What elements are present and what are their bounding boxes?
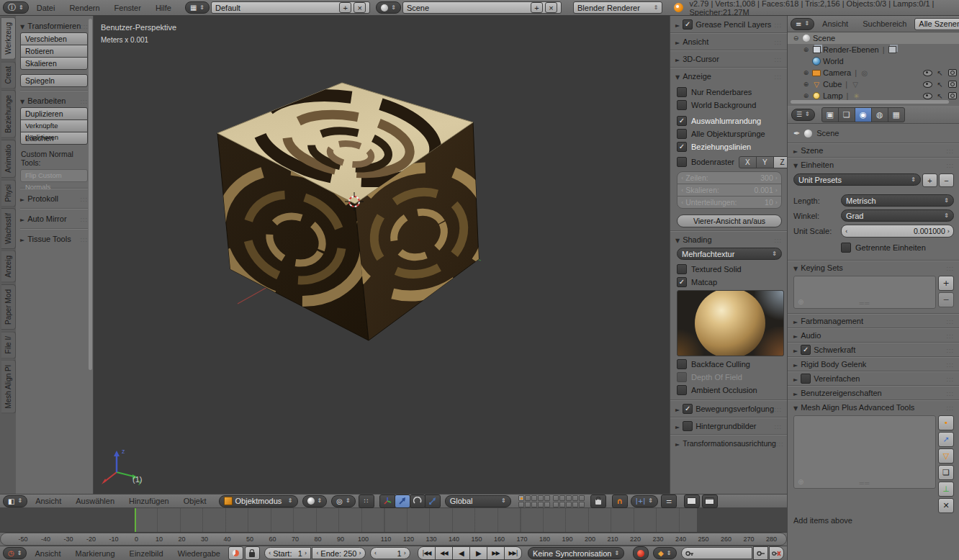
panel-grease-pencil-header[interactable]: Grease Pencil Layers	[675, 17, 782, 31]
selectable-toggle-icon[interactable]: ↖	[937, 92, 943, 100]
remove-preset-button[interactable]: −	[939, 173, 954, 187]
layer-cell[interactable]	[518, 502, 524, 507]
duplizieren-button[interactable]: Duplizieren	[20, 107, 88, 120]
tab-beziehungen[interactable]: Beziehunge	[1, 90, 16, 138]
timeline-ruler[interactable]: -50-40-30-20-100102030405060708090100110…	[0, 533, 787, 546]
panel-drag-dots[interactable]	[81, 22, 89, 30]
transform-orientation-select[interactable]: Global ⇕	[445, 495, 511, 507]
delete-item-button[interactable]: ✕	[938, 498, 954, 513]
checkbox[interactable]	[677, 359, 687, 369]
scene-browse[interactable]: ⇕	[376, 1, 401, 14]
panel-drag-dots[interactable]	[946, 389, 954, 397]
add-preset-button[interactable]: +	[922, 173, 937, 187]
layer-cell[interactable]	[559, 502, 565, 507]
layer-grid-2[interactable]	[553, 495, 585, 507]
bodenraster-row[interactable]: Bodenraster X Y Z	[677, 155, 782, 168]
delete-keyframe-button[interactable]	[769, 546, 784, 560]
layer-cell[interactable]	[531, 495, 537, 501]
layer-cell[interactable]	[525, 495, 531, 501]
menu-rendern[interactable]: Rendern	[63, 4, 106, 12]
checkbox[interactable]	[677, 87, 687, 97]
layer-cell[interactable]	[579, 495, 585, 501]
outliner-filter-select[interactable]: Alle Szenen ⇕	[914, 18, 959, 30]
panel-drag-dots[interactable]	[946, 317, 954, 325]
checkbox[interactable]	[841, 243, 851, 253]
sync-mode-select[interactable]: Keine Synchronisation ⇕	[528, 547, 624, 559]
panel-drag-dots[interactable]	[946, 331, 954, 340]
view3d-menu-hinzufuegen[interactable]: Hinzufügen	[122, 497, 176, 505]
menu-hilfe[interactable]: Hilfe	[149, 4, 178, 12]
vertex-item-button[interactable]: •	[938, 415, 954, 430]
timeline-menu-ansicht[interactable]: Ansicht	[28, 549, 67, 558]
layer-cell[interactable]	[553, 495, 559, 501]
remove-keying-set-button[interactable]: −	[938, 292, 954, 307]
panel-drag-dots[interactable]	[774, 37, 782, 46]
panel-transformationsausrichtung-header[interactable]: Transformationsausrichtung	[675, 436, 782, 450]
collapse-icon[interactable]: ⊖	[792, 35, 800, 42]
play-button[interactable]: ▶	[469, 546, 487, 560]
panel-drag-dots[interactable]	[946, 403, 954, 412]
active-keying-set-field[interactable]	[681, 547, 752, 559]
panel-drag-dots[interactable]	[946, 161, 954, 169]
panel-farbmanagement-header[interactable]: Farbmanagement	[793, 314, 954, 328]
getrennte-einheiten-row[interactable]: Getrennte Einheiten	[793, 241, 954, 254]
lock-to-scene-toggle[interactable]	[590, 494, 606, 508]
hide-toggle-eye-icon[interactable]	[923, 81, 932, 88]
expand-icon[interactable]: ⊕	[802, 46, 810, 53]
pivot-center-select[interactable]: ◎ ⇕	[331, 495, 355, 507]
end-frame-field[interactable]: ‹ Ende: 250 ›	[312, 547, 366, 559]
panel-3d-cursor-header[interactable]: 3D-Cursor	[675, 52, 782, 66]
layer-cell[interactable]	[518, 495, 524, 501]
panel-drag-dots[interactable]	[80, 96, 88, 105]
layer-cell[interactable]	[572, 502, 578, 507]
layer-cell[interactable]	[544, 495, 550, 501]
panel-szene-header[interactable]: Szene	[793, 143, 954, 157]
layer-cell[interactable]	[566, 502, 572, 507]
tab-mesh-align-plus[interactable]: Mesh Align Pl	[1, 360, 16, 414]
auswahlumrandung-row[interactable]: Auswahlumrandung	[677, 114, 782, 127]
unit-scale-slider[interactable]: ‹ 0.001000 ›	[841, 225, 954, 238]
scene-tab[interactable]: ◉	[855, 107, 872, 122]
mesh-align-list[interactable]: ⊕══	[793, 415, 936, 489]
panel-drag-dots[interactable]	[774, 20, 782, 29]
backface-culling-row[interactable]: Backface Culling	[677, 358, 782, 371]
tab-create[interactable]: Creat	[1, 61, 16, 89]
panel-shading-header[interactable]: Shading	[675, 232, 782, 246]
outliner-row-render-ebenen[interactable]: ⊕ Render-Ebenen |	[788, 44, 959, 55]
grid-axis-x-toggle[interactable]: X	[739, 156, 757, 168]
world-tab[interactable]: ◍	[871, 107, 888, 122]
mesh-item-button[interactable]: ▽	[938, 448, 954, 464]
pin-icon[interactable]: ✒	[793, 129, 800, 138]
checkbox[interactable]	[677, 385, 687, 395]
vereinfachen-checkbox[interactable]	[801, 374, 811, 384]
checkbox[interactable]	[677, 264, 687, 274]
panel-drag-dots[interactable]	[946, 360, 954, 369]
proportional-edit-button[interactable]: ⚌	[661, 494, 677, 508]
layer-grid-1[interactable]	[518, 495, 550, 507]
world-background-row[interactable]: World Background	[677, 99, 782, 112]
snap-element-select[interactable]: |+| ⇕	[631, 495, 658, 507]
checkbox[interactable]	[677, 100, 687, 110]
outliner-menu-suchbereich[interactable]: Suchbereich	[856, 19, 913, 28]
next-keyframe-button[interactable]: ▶▶	[487, 546, 505, 560]
grid-axis-y-toggle[interactable]: Y	[756, 156, 774, 168]
motion-tracking-checkbox[interactable]	[683, 404, 693, 414]
panel-audio-header[interactable]: Audio	[793, 328, 954, 342]
expand-icon[interactable]: ⊕	[802, 69, 810, 76]
objektursprunge-row[interactable]: Alle Objektursprünge	[677, 127, 782, 140]
schwerkraft-checkbox[interactable]	[801, 345, 811, 355]
play-reverse-button[interactable]: ◀	[452, 546, 470, 560]
editor-type-button[interactable]: ☰ ⇕	[791, 109, 815, 121]
nur-renderbares-row[interactable]: Nur Renderbares	[677, 86, 782, 99]
zeilen-slider[interactable]: ‹Zeilen: 300›	[677, 171, 782, 184]
expand-icon[interactable]: ⊕	[802, 81, 810, 88]
render-engine-select[interactable]: Blender Renderer ⇕	[573, 1, 662, 14]
tab-physik[interactable]: Physi	[1, 179, 16, 207]
winkel-select[interactable]: Grad ⇕	[841, 209, 954, 222]
verschieben-button[interactable]: Verschieben	[20, 32, 88, 45]
auto-keyframe-toggle[interactable]	[633, 546, 649, 560]
render-layers-tab[interactable]: ❏	[838, 107, 855, 122]
checkbox[interactable]	[677, 129, 687, 139]
panel-drag-dots[interactable]	[946, 146, 954, 155]
timeline-menu-wiedergabe[interactable]: Wiedergabe	[171, 549, 227, 558]
